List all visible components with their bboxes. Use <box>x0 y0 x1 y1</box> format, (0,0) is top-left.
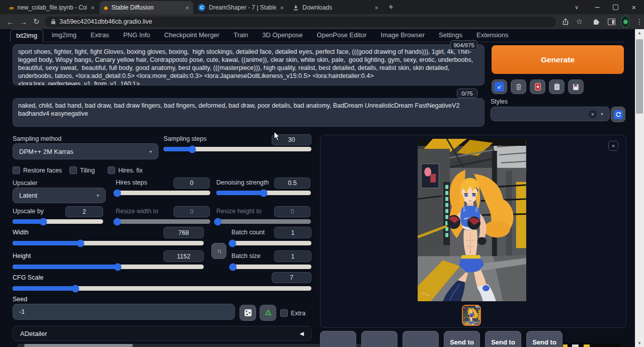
extra-seed-checkbox[interactable] <box>280 309 288 317</box>
tab-openpose-editor[interactable]: OpenPose Editor <box>311 29 372 42</box>
tab-search-icon[interactable]: ∨ <box>570 0 584 14</box>
browser-tab-downloads[interactable]: Downloads × <box>289 1 382 14</box>
slider-knob[interactable] <box>113 189 121 197</box>
scroll-up-icon[interactable]: ▲ <box>635 31 644 35</box>
window-close-button[interactable]: × <box>626 0 642 14</box>
slider-knob[interactable] <box>229 263 237 271</box>
width-input[interactable] <box>164 227 204 238</box>
extra-networks-button[interactable] <box>530 79 545 94</box>
adetailer-accordion[interactable]: ADetailer ◀ <box>13 326 311 341</box>
styles-select[interactable]: × ▾ <box>491 107 610 121</box>
slider-knob[interactable] <box>71 285 79 292</box>
sampling-steps-input[interactable] <box>272 134 311 145</box>
slider-knob[interactable] <box>113 218 121 225</box>
apply-style-button[interactable] <box>549 79 565 94</box>
slider-knob[interactable] <box>214 218 221 225</box>
slider-knob[interactable] <box>229 239 236 247</box>
address-bar[interactable]: 3a59ec42041dbb46cb.gradio.live <box>45 17 556 27</box>
forward-icon[interactable]: → <box>17 18 30 26</box>
tab-train[interactable]: Train <box>228 29 254 42</box>
bookmark-star-icon[interactable]: ☆ <box>575 17 584 26</box>
save-image-button[interactable] <box>361 331 397 347</box>
close-icon[interactable]: × <box>91 5 95 11</box>
tab-extensions[interactable]: Extensions <box>471 29 514 42</box>
slider-knob[interactable] <box>114 263 122 271</box>
tab-checkpoint-merger[interactable]: Checkpoint Merger <box>158 29 225 42</box>
horizontal-scrollbar-thumb[interactable] <box>24 344 133 347</box>
gallery-thumbnail-selected[interactable] <box>462 305 481 326</box>
height-input[interactable] <box>164 250 204 262</box>
share-icon[interactable] <box>561 18 570 25</box>
batch-count-input[interactable] <box>274 227 311 238</box>
cfg-scale-slider[interactable] <box>13 286 311 291</box>
minimize-button[interactable]: – <box>590 0 605 14</box>
tab-img2img[interactable]: img2img <box>46 29 82 42</box>
tab-extras[interactable]: Extras <box>85 29 115 42</box>
batch-count-slider[interactable] <box>231 241 311 245</box>
hires-steps-slider[interactable] <box>116 191 210 195</box>
tab-image-browser[interactable]: Image Browser <box>375 29 430 42</box>
batch-size-input[interactable] <box>274 250 311 262</box>
browser-tab-colab[interactable]: ∞ new_colab_file.ipynb - Colaborat × <box>5 1 99 14</box>
maximize-button[interactable] <box>608 0 623 14</box>
negative-prompt-input[interactable]: naked, child, bad hand, bad draw, bad dr… <box>13 98 485 127</box>
prompt-input[interactable]: sport shoes, fighter, fight, fight Glove… <box>13 44 485 85</box>
reuse-seed-button[interactable] <box>260 305 276 321</box>
upscale-by-input[interactable] <box>65 206 103 217</box>
slider-knob[interactable] <box>40 218 47 225</box>
sampling-method-select[interactable]: DPM++ 2M Karras ▾ <box>13 143 158 159</box>
random-seed-button[interactable] <box>239 305 256 321</box>
cfg-scale-input[interactable] <box>272 272 311 283</box>
tab-txt2img[interactable]: txt2img <box>10 29 43 42</box>
styles-clear-icon[interactable]: × <box>589 110 597 118</box>
page-scrollbar[interactable]: ▲ ▼ <box>635 29 644 347</box>
height-slider[interactable] <box>13 265 204 269</box>
width-slider[interactable] <box>13 241 204 245</box>
upscaler-select[interactable]: Latent ▾ <box>13 188 106 203</box>
resize-height-slider[interactable] <box>216 219 311 224</box>
close-icon[interactable]: × <box>374 5 378 11</box>
restore-faces-checkbox[interactable] <box>13 166 20 174</box>
hires-steps-input[interactable] <box>174 178 210 189</box>
side-panel-icon[interactable] <box>607 19 616 25</box>
page-scrollbar-thumb[interactable] <box>636 39 643 114</box>
tab-3d-openpose[interactable]: 3D Openpose <box>257 29 308 42</box>
seed-input[interactable] <box>13 304 235 320</box>
send-to-img2img-button[interactable]: Send to <box>444 331 480 347</box>
resize-width-slider[interactable] <box>116 219 210 224</box>
slider-knob[interactable] <box>76 239 84 247</box>
generated-image[interactable] <box>418 139 526 301</box>
paste-params-button[interactable]: ↙ <box>492 79 507 94</box>
open-folder-button[interactable] <box>320 331 356 347</box>
back-icon[interactable]: ← <box>4 18 17 26</box>
gallery-close-button[interactable]: × <box>608 141 618 151</box>
extensions-puzzle-icon[interactable] <box>592 18 601 25</box>
resize-height-input[interactable] <box>274 206 310 217</box>
save-zip-button[interactable] <box>403 331 439 347</box>
slider-knob[interactable] <box>189 145 196 153</box>
tab-png-info[interactable]: PNG Info <box>118 29 155 42</box>
slider-knob[interactable] <box>260 189 268 197</box>
close-icon[interactable]: × <box>185 5 189 11</box>
styles-refresh-button[interactable] <box>611 107 625 122</box>
batch-size-slider[interactable] <box>231 265 311 269</box>
sampling-steps-slider[interactable] <box>164 147 311 151</box>
scroll-down-icon[interactable]: ▼ <box>635 341 644 345</box>
send-to-inpaint-button[interactable]: Send to <box>485 331 521 347</box>
denoising-strength-input[interactable] <box>274 178 310 189</box>
denoising-strength-slider[interactable] <box>216 191 311 195</box>
profile-avatar[interactable] <box>621 16 630 28</box>
browser-tab-stable-diffusion[interactable]: ◆ Stable Diffusion × <box>100 1 193 14</box>
reload-icon[interactable]: ↻ <box>30 17 43 26</box>
kebab-menu-icon[interactable]: ⋮ <box>635 18 644 26</box>
upscale-by-slider[interactable] <box>13 219 103 224</box>
save-style-button[interactable] <box>568 79 584 94</box>
resize-width-input[interactable] <box>174 206 210 217</box>
new-tab-button[interactable]: + <box>388 2 393 12</box>
tiling-checkbox[interactable] <box>69 166 77 174</box>
hires-fix-checkbox[interactable] <box>108 166 115 174</box>
close-icon[interactable]: × <box>280 5 284 11</box>
clear-prompt-button[interactable] <box>511 79 526 94</box>
swap-dimensions-button[interactable]: ↑↓ <box>211 243 226 259</box>
send-to-extras-button[interactable]: Send to <box>526 331 562 347</box>
